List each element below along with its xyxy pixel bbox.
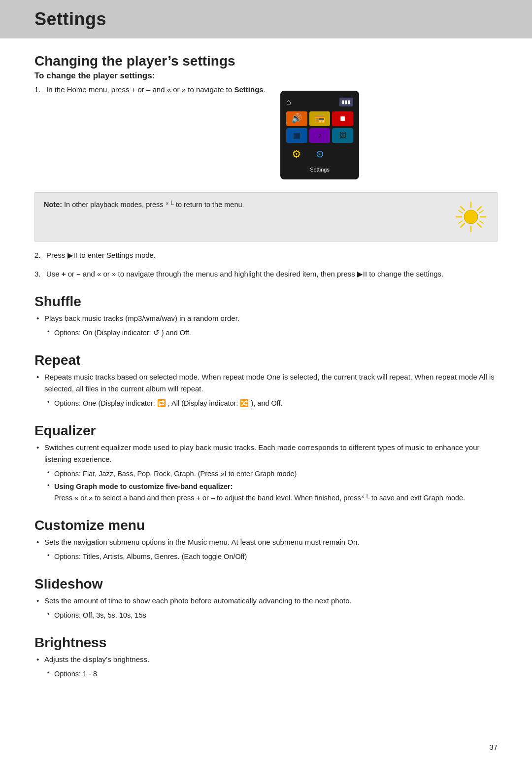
brightness-sub-list: Options: 1 - 8 (46, 668, 498, 680)
section-repeat: Repeat Repeats music tracks based on sel… (34, 352, 498, 409)
svg-line-12 (459, 221, 463, 223)
brightness-sub-bullet: Options: 1 - 8 (46, 668, 498, 680)
sun-icon (454, 200, 488, 234)
section-brightness: Brightness Adjusts the display’s brightn… (34, 635, 498, 680)
shuffle-sub-bullet: Options: On (Display indicator: ↺ ) and … (46, 327, 498, 339)
svg-point-0 (464, 210, 478, 224)
repeat-title: Repeat (34, 352, 498, 368)
step-2-text: Press ▶II to enter Settings mode. (46, 251, 156, 259)
shuffle-bullet: Plays back music tracks (mp3/wma/wav) in… (34, 313, 498, 324)
cell-empty (332, 145, 353, 163)
step-3-text: Use + or – and « or » to navigate throug… (46, 270, 443, 278)
equalizer-graph-text: Press « or » to select a band and then p… (54, 494, 465, 502)
svg-line-5 (461, 207, 465, 210)
cell-circle: ⊙ (309, 145, 331, 163)
home-icon: ⌂ (286, 96, 291, 108)
repeat-sub-list: Options: One (Display indicator: 🔁 , All… (46, 398, 498, 409)
page-title: Settings (34, 9, 498, 30)
device-screen: ⌂ ▮▮▮ 🔊 📻 ■ ▦ ♪ 🖼 ⚙ ⊙ (284, 95, 355, 175)
svg-line-11 (479, 210, 483, 213)
svg-line-9 (459, 210, 463, 213)
device-status-bar: ⌂ ▮▮▮ (284, 95, 355, 109)
equalizer-graph-label: Using Graph mode to customize five-band … (54, 483, 233, 490)
battery-icon: ▮▮▮ (339, 98, 353, 106)
slideshow-sub-bullet: Options: Off, 3s, 5s, 10s, 15s (46, 610, 498, 621)
shuffle-bullet-list: Plays back music tracks (mp3/wma/wav) in… (34, 313, 498, 339)
cell-notes: ♪ (309, 128, 331, 143)
page-number: 37 (489, 743, 498, 751)
shuffle-sub-list: Options: On (Display indicator: ↺ ) and … (46, 327, 498, 339)
customize-menu-sub-list: Options: Titles, Artists, Albums, Genres… (46, 551, 498, 562)
svg-line-6 (477, 223, 481, 227)
equalizer-sub-bullet-2: Using Graph mode to customize five-band … (46, 481, 498, 504)
slideshow-sub-list: Options: Off, 3s, 5s, 10s, 15s (46, 610, 498, 621)
slideshow-bullet-list: Sets the amount of time to show each pho… (34, 595, 498, 621)
section-shuffle: Shuffle Plays back music tracks (mp3/wma… (34, 294, 498, 339)
device-screenshot: ⌂ ▮▮▮ 🔊 📻 ■ ▦ ♪ 🖼 ⚙ ⊙ (280, 91, 359, 179)
slideshow-bullet: Sets the amount of time to show each pho… (34, 595, 498, 607)
svg-line-7 (477, 207, 481, 210)
device-grid: 🔊 📻 ■ ▦ ♪ 🖼 ⚙ ⊙ (284, 109, 355, 165)
section-customize-menu: Customize menu Sets the navigation subme… (34, 518, 498, 562)
section-equalizer: Equalizer Switches current equalizer mod… (34, 423, 498, 504)
equalizer-bullet-list: Switches current equalizer mode used to … (34, 442, 498, 504)
step-1: 1. In the Home menu, press + or – and « … (34, 84, 498, 184)
cell-radio: 📻 (309, 111, 331, 126)
equalizer-sub-list: Options: Flat, Jazz, Bass, Pop, Rock, Gr… (46, 468, 498, 504)
cell-extras: 🖼 (332, 128, 353, 143)
customize-menu-bullet: Sets the navigation submenu options in t… (34, 536, 498, 548)
step-3: 3. Use + or – and « or » to navigate thr… (34, 268, 498, 280)
equalizer-sub-bullet-1: Options: Flat, Jazz, Bass, Pop, Rock, Gr… (46, 468, 498, 480)
step-1-text: In the Home menu, press + or – and « or … (46, 85, 266, 94)
cell-video: ■ (332, 111, 353, 126)
page: Settings Changing the player’s settings … (0, 0, 532, 766)
shuffle-title: Shuffle (34, 294, 498, 310)
equalizer-title: Equalizer (34, 423, 498, 439)
brightness-bullet: Adjusts the display’s brightness. (34, 654, 498, 665)
equalizer-bullet: Switches current equalizer mode used to … (34, 442, 498, 465)
repeat-sub-bullet: Options: One (Display indicator: 🔁 , All… (46, 398, 498, 409)
slideshow-title: Slideshow (34, 576, 498, 592)
customize-menu-title: Customize menu (34, 518, 498, 533)
cell-settings: ⚙ (286, 145, 307, 163)
customize-menu-sub-bullet: Options: Titles, Artists, Albums, Genres… (46, 551, 498, 562)
note-text: Note: In other playback modes, press ˣ└ … (44, 200, 446, 210)
page-header: Settings (0, 0, 532, 38)
section-changing-settings: Changing the player’s settings To change… (34, 53, 498, 280)
svg-line-8 (461, 223, 465, 227)
note-label: Note: (44, 201, 62, 209)
device-settings-label: Settings (284, 165, 355, 175)
cell-music: 🔊 (286, 111, 307, 126)
note-box: Note: In other playback modes, press ˣ└ … (34, 192, 498, 242)
section-slideshow: Slideshow Sets the amount of time to sho… (34, 576, 498, 621)
step-2: 2. Press ▶II to enter Settings mode. (34, 249, 498, 261)
svg-line-10 (479, 221, 483, 223)
changing-settings-subtitle: To change the player settings: (34, 71, 498, 81)
brightness-bullet-list: Adjusts the display’s brightness. Option… (34, 654, 498, 680)
changing-settings-title: Changing the player’s settings (34, 53, 498, 69)
repeat-bullet-list: Repeats music tracks based on selected m… (34, 371, 498, 409)
repeat-bullet: Repeats music tracks based on selected m… (34, 371, 498, 395)
customize-menu-bullet-list: Sets the navigation submenu options in t… (34, 536, 498, 562)
note-content: In other playback modes, press ˣ└ to ret… (64, 201, 244, 209)
cell-photos: ▦ (286, 128, 307, 143)
brightness-title: Brightness (34, 635, 498, 651)
